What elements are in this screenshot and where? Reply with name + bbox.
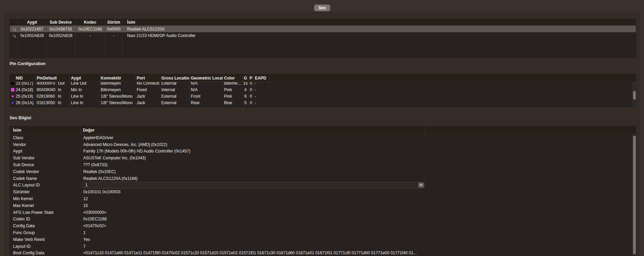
info-row[interactable]: Sub Device ??? (0x8733) [10,161,636,168]
info-row[interactable]: Class AppleHDADriver [10,134,636,141]
pin-p: 0 [248,86,254,93]
col-header-isim[interactable]: İsim [123,19,636,25]
col-header-surum[interactable]: Sürüm [105,19,123,25]
info-row[interactable]: Codec ID 0x10EC1168 [10,216,636,223]
device-id: 0x1002AB28 [18,32,46,39]
empty-table-area [10,39,636,58]
info-row[interactable]: Vendor Advanced Micro Devices, Inc. [AMD… [10,141,636,148]
pin-eapd: - [254,99,269,106]
pin-geometric-location: N/A [190,82,223,86]
pin-connector: 1/8" Stereo/Mono [100,93,136,99]
magnifier-icon[interactable] [13,28,15,31]
col-header-isim[interactable]: İsim [10,126,81,134]
pin-p: 0 [248,82,254,86]
info-row[interactable]: Sub Vendor ASUSTeK Computer Inc. (0x1043… [10,155,636,161]
col-header-color[interactable]: Color [223,74,243,82]
info-row[interactable]: Config Data <01470c02> [10,222,636,229]
col-header-port[interactable]: Port [136,74,160,82]
info-value: Family 17h (Models 00h-0fh) HD Audio Con… [81,149,425,154]
pin-port: Jack [136,93,160,99]
device-row[interactable]: 0x1002AB28 0x1002AB28 - - Navi 21/23 HDM… [10,32,636,39]
info-row[interactable]: AFG Low Power State <03000000> [10,209,636,216]
col-header-sub-device[interactable]: Sub Device [46,19,75,25]
pin-p: 0 [248,99,254,106]
pin-row[interactable]: 24 (0x18) 90A09040 In Mic In Bilinmeyen … [10,86,636,93]
col-header-pindefault[interactable]: PinDefault [36,74,57,82]
info-table-scrollbar[interactable] [632,134,636,256]
info-label: Class [10,135,81,140]
info-row[interactable]: Max Kernel 15 [10,202,636,209]
pin-nid: 23 (0x17) [15,82,36,86]
tab-ses[interactable]: Ses [314,4,330,11]
col-header-konnektor[interactable]: Konnektör [100,74,136,82]
version: 0x0000 [105,26,123,32]
pin-geometric-location: N/A [190,86,223,93]
pin-row[interactable]: 23 (0x17) 400000F0 Out Line Out Bilinmey… [10,82,636,86]
pin-direction: Out [57,82,70,86]
col-header-g[interactable]: G [243,74,248,82]
pin-geometric-location: Front [190,93,223,99]
magnifier-icon[interactable] [13,34,15,37]
info-row[interactable]: Aygıt Family 17h (Models 00h-0fh) HD Aud… [10,148,636,155]
info-label: Codek Vendor [10,169,81,174]
sub-device-id: 0x10438733 [46,26,75,32]
pin-direction: In [57,99,70,106]
tab-ses-label: Ses [319,5,326,10]
info-value: Yes [81,237,425,242]
info-value: Realtek ALCS1220A (0x1168) [81,176,425,181]
info-row[interactable]: Boot Config Data <01471c10 01471d40 0147… [10,250,636,256]
col-header-p[interactable]: P [248,74,254,82]
col-header-direction[interactable] [57,74,70,82]
device-name: Realtek ALCS1220A [123,26,636,32]
pin-row[interactable]: 26 (0x1A) 01813050 In Line In 1/8" Stere… [10,99,636,106]
pin-color: Pink [223,93,243,99]
info-label: Boot Config Data [10,251,81,255]
col-header-deger[interactable]: Değer [81,126,425,134]
alc-layout-id-combobox[interactable]: 1 [82,182,425,188]
info-row[interactable]: Wake Verb Reinit Yes [10,236,636,243]
combobox-dropdown-button[interactable] [418,183,424,187]
info-row[interactable]: Min Kernel 12 [10,195,636,202]
info-row[interactable]: Codek Vendor Realtek (0x10EC) [10,168,636,175]
info-value: Advanced Micro Devices, Inc. [AMD] (0x10… [81,142,425,147]
col-header-eapd[interactable]: EAPD [254,74,269,82]
pin-row[interactable]: 25 (0x19) 02819060 In Line In 1/8" Stere… [10,93,636,99]
col-header-nid[interactable]: NID [15,74,36,82]
pin-geometric-location: Rear [190,99,223,106]
info-value: 15 [81,203,425,208]
device-row-selected[interactable]: 0x10221457 0x10438733 0x10EC1168 0x0000 … [10,26,636,32]
pin-gross-location: External [160,99,190,106]
col-header-aygit[interactable]: Aygıt [70,74,100,82]
codec-id: - [75,32,105,39]
pin-gross-location: External [160,93,190,99]
pin-table-body: 23 (0x17) 400000F0 Out Line Out Bilinmey… [10,82,636,107]
col-header-gross-location[interactable]: Gross Location [160,74,190,82]
info-row[interactable]: Layout ID 7 [10,243,636,250]
pin-port: Jack [136,99,160,106]
pin-connector: Bilinmeyen [100,86,136,93]
version: - [105,32,123,39]
info-row[interactable]: Func Group 1 [10,229,636,236]
info-row[interactable]: Sürümler 0x100101 0x100003 [10,188,636,195]
col-header-kodec[interactable]: Kodec [75,19,105,25]
pin-table-scrollbar[interactable] [632,82,636,108]
device-name: Navi 21/23 HDMI/DP Audio Controller [123,32,636,39]
col-header-geometric-location[interactable]: Geometric Location [190,74,223,82]
info-label: AFG Low Power State [10,210,81,215]
pin-g: 15 [243,82,248,86]
info-row[interactable]: Codek Name Realtek ALCS1220A (0x1168) [10,175,636,182]
pin-gross-location: Internal [160,86,190,93]
info-label: Vendor [10,142,81,147]
info-label: Aygıt [10,149,81,154]
pin-g: 5 [243,99,248,106]
pin-connector: 1/8" Stereo/Mono [100,99,136,106]
pin-default: 90A09040 [36,86,57,93]
col-header-aygit[interactable]: Aygıt [18,19,46,25]
info-scrollbar-thumb[interactable] [633,136,636,254]
combobox-value: 1 [85,183,88,187]
pin-scrollbar-thumb[interactable] [633,91,636,100]
pin-port: No Connecti… [136,82,160,86]
pin-nid: 26 (0x1A) [15,99,36,106]
info-label: Codek Name [10,176,81,181]
pin-direction: In [57,86,70,93]
